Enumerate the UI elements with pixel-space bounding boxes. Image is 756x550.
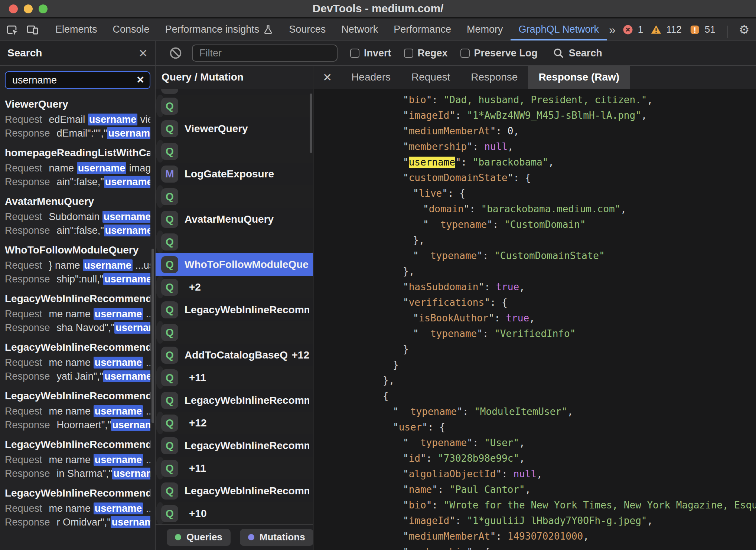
search-result-request-line[interactable]: Requestme name username ...Card	[5, 356, 150, 370]
search-result-request-line[interactable]: Requestme name username ...Card	[5, 307, 150, 321]
search-result-title[interactable]: AvatarMenuQuery	[5, 195, 150, 208]
inspect-element-icon[interactable]	[6, 23, 19, 36]
json-token: "	[403, 110, 409, 121]
query-row-legacywebinlinerecommende[interactable]: QLegacyWebInlineRecommende	[156, 321, 165, 344]
query-row-loggateexposure[interactable]: MLogGateExposure	[156, 163, 313, 185]
query-row-viewerquery[interactable]: QViewerQuery	[156, 117, 313, 140]
minimize-window-button[interactable]	[24, 4, 33, 13]
search-result-title[interactable]: LegacyWebInlineRecommendedFe	[5, 438, 150, 451]
query-row-homepagereadinglistwithcat[interactable]: QhomepageReadingListWithCat	[156, 140, 165, 163]
query-row-homemaincontentheaderque[interactable]: QHomeMainContentHeaderQue	[156, 185, 165, 208]
search-result-response-line[interactable]: Responser Omidvar","username":"	[5, 515, 150, 529]
search-result-title[interactable]: homepageReadingListWithCatalog	[5, 147, 150, 159]
search-result-response-line[interactable]: Responsein Sharma","username":"	[5, 467, 150, 481]
legend-queries[interactable]: Queries	[167, 529, 231, 546]
json-line: "__typename": "VerifiedInfo"	[314, 326, 756, 341]
sidebar-scrollbar-thumb[interactable]	[151, 249, 154, 423]
tab-bar-right-cluster: » 1 112 51 ⚙ ⋮	[607, 19, 756, 40]
query-row-legacywebinlinerecommende[interactable]: QLegacyWebInlineRecommende	[156, 389, 313, 412]
search-result-response-line[interactable]: Responseain":false,"username":"v	[5, 175, 150, 189]
tab-elements[interactable]: Elements	[48, 19, 105, 40]
search-result-title[interactable]: ViewerQuery	[5, 98, 150, 111]
tab-network[interactable]: Network	[333, 19, 386, 40]
search-result-request-line[interactable]: Requestme name username ...Card	[5, 405, 150, 418]
toolbar-search[interactable]: Search	[553, 47, 602, 59]
close-window-button[interactable]	[9, 4, 18, 13]
search-result-title[interactable]: LegacyWebInlineRecommendedFe	[5, 292, 150, 305]
search-result-response-line[interactable]: Responseship":null,"username":"b	[5, 272, 150, 286]
search-result-title[interactable]: LegacyWebInlineRecommendedFe	[5, 390, 150, 402]
checkbox-box[interactable]	[460, 49, 470, 58]
settings-gear-icon[interactable]: ⚙	[737, 19, 752, 41]
checkbox-preserve-log[interactable]: Preserve Log	[460, 48, 538, 59]
details-tab-response[interactable]: Response	[460, 66, 528, 89]
tab-performance[interactable]: Performance	[386, 19, 459, 40]
checkbox-box[interactable]	[350, 49, 359, 58]
clear-log-icon[interactable]	[169, 46, 182, 60]
details-tab-headers[interactable]: Headers	[341, 66, 401, 89]
close-details-icon[interactable]: ✕	[314, 66, 341, 89]
error-badge-icon[interactable]	[622, 24, 633, 35]
checkbox-invert[interactable]: Invert	[350, 48, 391, 59]
search-result-response-line[interactable]: Responsesha Navod","username":"	[5, 321, 150, 335]
search-result-title[interactable]: WhoToFollowModuleQuery	[5, 244, 150, 256]
tab-graphql-network[interactable]: GraphQL Network	[511, 19, 607, 40]
zoom-window-button[interactable]	[39, 4, 48, 13]
search-result-request-line[interactable]: RequestSubdomain username } fra	[5, 210, 150, 224]
json-token: imageId	[409, 110, 450, 121]
tab-performance-insights[interactable]: Performance insights	[157, 19, 281, 40]
line-kind-label: Request	[5, 454, 42, 465]
search-result-response-line[interactable]: Responseain":false,"username":"v	[5, 224, 150, 238]
search-result-request-line[interactable]: Requestme name username ...Card	[5, 502, 150, 515]
device-toolbar-icon[interactable]	[26, 23, 39, 36]
filter-input[interactable]	[192, 45, 338, 62]
query-row-legacywebinlinerecommende[interactable]: QLegacyWebInlineRecommende	[156, 434, 313, 457]
search-result-request-line[interactable]: Request} name username ...userU	[5, 259, 150, 272]
tab-sources[interactable]: Sources	[281, 19, 333, 40]
json-token: },	[403, 266, 414, 277]
search-result-request-line[interactable]: RequestedEmail username viewerId	[5, 113, 150, 127]
issues-badge-icon[interactable]	[689, 24, 700, 35]
search-result-request-line[interactable]: Requestname username imageId	[5, 161, 150, 175]
checkbox-box[interactable]	[404, 49, 413, 58]
query-row-addtocatalogbasequery[interactable]: QAddToCatalogBaseQuery+12	[156, 412, 165, 434]
match-context-after: ...Card	[143, 503, 150, 514]
line-kind-label: Request	[5, 308, 42, 320]
legend-mutations[interactable]: Mutations	[240, 529, 313, 546]
json-line: "isBookAuthor": true,	[314, 310, 756, 326]
partial-query-row[interactable]	[156, 89, 313, 95]
search-result-title[interactable]: LegacyWebInlineRecommendedFe	[5, 487, 150, 500]
search-result-title[interactable]: LegacyWebInlineRecommendedFe	[5, 341, 150, 354]
query-row-legacywebinlinerecommende[interactable]: QLegacyWebInlineRecommende	[156, 479, 313, 502]
match-context-before: r Omidvar","	[57, 517, 111, 528]
search-result-request-line[interactable]: Requestme name username ...Card	[5, 453, 150, 467]
search-input[interactable]	[5, 71, 150, 89]
query-badge	[161, 89, 178, 94]
query-row-uservieweredge[interactable]: QUserViewerEdge+2	[156, 276, 165, 298]
tab-console[interactable]: Console	[105, 19, 157, 40]
more-tabs-chevron-icon[interactable]: »	[607, 19, 618, 41]
query-list-scrollbar-thumb[interactable]	[310, 94, 312, 153]
checkbox-regex[interactable]: Regex	[404, 48, 448, 59]
tab-memory[interactable]: Memory	[459, 19, 511, 40]
query-row-rightsidebarquery[interactable]: QRightSidebarQuery	[156, 230, 165, 253]
json-token: "	[423, 219, 429, 230]
search-sidebar-close-icon[interactable]: ✕	[139, 47, 148, 60]
clear-search-icon[interactable]: ✕	[136, 74, 144, 86]
query-row-addtocatalogbasequery[interactable]: QAddToCatalogBaseQuery+11	[156, 457, 165, 479]
query-row-whotofollowmodulequery[interactable]: QWhoToFollowModuleQuery	[156, 253, 313, 276]
query-row-unreadnotificationcount[interactable]: QUnreadNotificationCount	[156, 95, 165, 117]
search-result-response-line[interactable]: ResponsedEmail":"","username":"	[5, 127, 150, 140]
query-row-addtocatalogbasequery[interactable]: QAddToCatalogBaseQuery+11	[156, 366, 165, 389]
search-result-response-line[interactable]: ResponseHoornaert","username":"	[5, 418, 150, 432]
query-row-addtocatalogbasequery[interactable]: QAddToCatalogBaseQuery+10	[156, 502, 165, 524]
warning-badge-icon[interactable]	[651, 24, 662, 35]
query-row-legacywebinlinerecommende[interactable]: QLegacyWebInlineRecommende	[156, 298, 313, 321]
details-tab-request[interactable]: Request	[401, 66, 460, 89]
details-tab-response-raw[interactable]: Response (Raw)	[528, 66, 630, 89]
search-result-response-line[interactable]: Responseyati Jain","username":"k	[5, 370, 150, 383]
json-token: ":	[426, 500, 444, 511]
query-row-addtocatalogbasequery[interactable]: QAddToCatalogBaseQuery+12	[156, 344, 313, 366]
query-row-avatarmenuquery[interactable]: QAvatarMenuQuery	[156, 208, 313, 230]
json-line: "imageId": "1*guuliiJ_lHbady7Y0OFh-g.jpe…	[314, 513, 756, 528]
